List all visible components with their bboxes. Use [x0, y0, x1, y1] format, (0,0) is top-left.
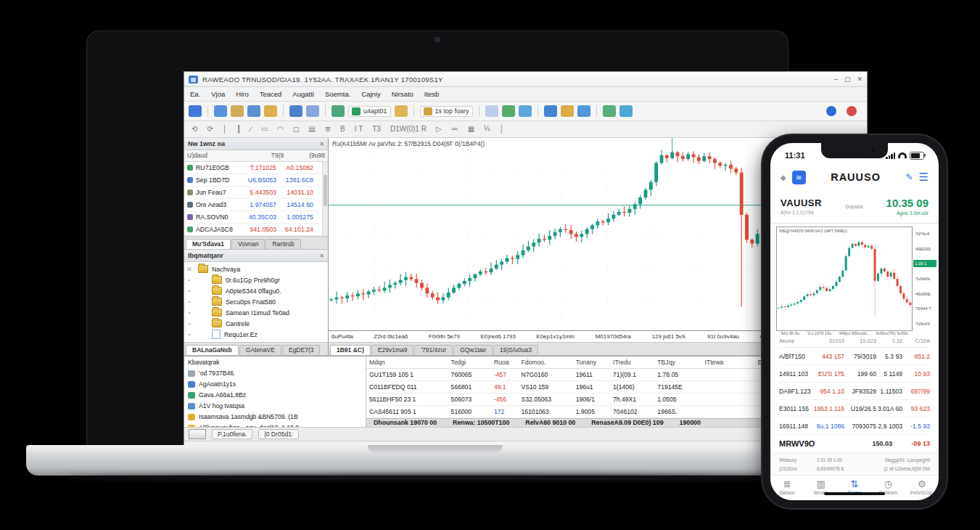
terminal-tab-icon[interactable] [189, 429, 206, 439]
toolbar2-icon-18[interactable]: │ [499, 126, 503, 133]
tab-2[interactable]: '791/4zur [414, 345, 453, 355]
phone-position-row[interactable]: E3011 1551953 1.116U19/26.53.01A 6093 62… [779, 400, 930, 417]
toolbar-icon-22[interactable] [577, 105, 590, 117]
terminal-tree-item-1[interactable]: 'od 7937B46. [184, 368, 366, 379]
market-watch-row[interactable]: RU71E0GBT.171025A0.15082 [184, 162, 328, 174]
phone-chart-card[interactable]: IHE@YAFD'D 9409 0A 0 19PT 549E(1 9d'u 9h… [770, 224, 939, 333]
window-control-1[interactable]: ▢ [844, 76, 851, 83]
market-watch-row[interactable]: Jun Feau75.44350314031.10 [184, 187, 328, 199]
toolbar-icon-8[interactable] [306, 105, 319, 117]
phone-candlestick-chart[interactable]: IHE@YAFD'D 9409 0A 0 19PT 549E(1 9d'u 9h… [776, 227, 913, 331]
phone-tab-0[interactable]: ≣Ifataon [770, 479, 804, 495]
market-watch-row[interactable]: ADCAJA5C8941.050364.101.24 [184, 224, 328, 236]
toolbar-button-11[interactable]: u4apt01 [348, 106, 391, 117]
toolbar2-icon-4[interactable]: ∕ [250, 126, 252, 133]
market-watch-close-icon[interactable]: ✕ [319, 141, 324, 147]
window-control-2[interactable]: ✕ [857, 76, 862, 83]
toolbar-icon-17[interactable] [502, 105, 515, 117]
menu-item-6[interactable]: Cajniy [361, 90, 380, 98]
tab-3[interactable]: GQw1tae [453, 345, 493, 355]
market-scrollbar[interactable] [322, 162, 328, 236]
tab-0[interactable]: 1B91 &C) [330, 345, 371, 355]
window-control-0[interactable]: – [834, 76, 838, 83]
toolbar-round-icon-0[interactable] [826, 106, 836, 116]
navigator-item-0[interactable]: ⊞Nachvaya [184, 264, 328, 274]
toolbar-round-icon-1[interactable] [847, 106, 857, 116]
menu-item-8[interactable]: Itesb [424, 90, 440, 98]
toolbar2-icon-8[interactable]: ▤ [308, 126, 315, 133]
terminal-tree-item-5[interactable]: Isaamsava 1asmdgb &BN5709. (1B [184, 412, 366, 423]
toolbar-icon-2[interactable] [214, 105, 227, 117]
toolbar-button-14[interactable]: 1s top foary [420, 106, 473, 117]
toolbar2-icon-2[interactable]: │ [223, 126, 227, 133]
menu-item-2[interactable]: Hiro [236, 90, 248, 98]
terminal-tree-item-2[interactable]: AgAoatn1y1s [184, 379, 366, 390]
toolbar-icon-21[interactable] [561, 105, 574, 117]
tab-2[interactable]: EgDE7(3 [282, 345, 321, 355]
tab-1[interactable]: E29v1ma9 [371, 345, 414, 355]
tab-0[interactable]: Mu'Sdava1 [186, 239, 231, 249]
toolbar-icon-18[interactable] [519, 105, 532, 117]
menu-item-1[interactable]: Vjoa [211, 90, 225, 98]
market-watch-row[interactable]: RA.SOVN040.35C031.005275 [184, 211, 328, 224]
toolbar2-icon-14[interactable]: ▷ [436, 126, 442, 133]
menu-item-0[interactable]: Ea. [190, 90, 200, 98]
navigator-item-5[interactable]: •Cantrele [184, 318, 328, 329]
market-watch-row[interactable]: Sep 1BD7DU6.B50531381.6C8 [184, 174, 328, 187]
phone-tab-4[interactable]: ⚙IHdVd1Sp. [905, 479, 939, 495]
toolbar2-icon-3[interactable]: ┃ [236, 126, 241, 133]
phone-position-row[interactable]: 14911 103EU'S 175199 605 114910 93 [779, 365, 930, 383]
tab-1[interactable]: Vovnan [231, 239, 265, 249]
toolbar-icon-20[interactable] [544, 105, 557, 117]
terminal-tree-item-4[interactable]: A1V hog tvatqsa [184, 401, 366, 412]
phone-symbol-header[interactable]: VAUUSR A(Ke:1 1.0)7/9d Gopsza 10.35 09 A… [770, 189, 939, 224]
toolbar-icon-25[interactable] [619, 105, 633, 117]
toolbar2-icon-1[interactable]: ⟳ [207, 126, 213, 133]
menu-item-5[interactable]: Soemta. [325, 90, 350, 98]
tab-0[interactable]: BALnaGaNsb [186, 345, 239, 355]
phone-app-icon[interactable]: ≋ [792, 171, 806, 184]
toolbar2-icon-16[interactable]: ▦ [468, 126, 474, 133]
toolbar-icon-12[interactable] [395, 105, 408, 117]
toolbar-icon-10[interactable] [332, 105, 345, 117]
terminal-tab-0[interactable]: P.1u0fena. [212, 429, 252, 439]
tab-4[interactable]: 19)S/u0ua3 [493, 345, 538, 355]
toolbar-icon-5[interactable] [264, 105, 277, 117]
menu-item-3[interactable]: Teaced [260, 90, 282, 98]
toolbar2-icon-10[interactable]: B [340, 126, 345, 133]
terminal-tree-item-0[interactable]: Kbavatqrak [184, 357, 366, 368]
toolbar2-icon-15[interactable]: ≔ [451, 126, 458, 133]
hamburger-menu-icon[interactable]: ☰ [919, 171, 928, 184]
navigator-item-1[interactable]: •0r.6u1Gp Pre9h0gr [184, 274, 328, 285]
navigator-item-4[interactable]: •Samean I1imud Te0ad [184, 307, 328, 318]
menu-item-7[interactable]: Nirsato [392, 90, 413, 98]
toolbar-icon-7[interactable] [289, 105, 302, 117]
terminal-tab-1[interactable]: |0 Dr05d1: [258, 429, 299, 439]
navigator-close-icon[interactable]: ✕ [319, 253, 324, 259]
toolbar2-icon-5[interactable]: ▭ [261, 126, 268, 133]
phone-position-row[interactable]: A/BfT150443 15779/30195.3 93851.2 [779, 348, 930, 365]
market-watch-row[interactable]: Ore Aead31.97405714514.60 [184, 199, 328, 211]
tab-1[interactable]: GAtenaVE [239, 345, 281, 355]
toolbar-icon-4[interactable] [247, 105, 260, 117]
toolbar2-icon-13[interactable]: D1W(0)1 R [390, 126, 427, 133]
home-indicator[interactable] [824, 492, 885, 495]
toolbar2-icon-0[interactable]: ⟲ [192, 126, 197, 133]
terminal-tree-item-3[interactable]: Gava.A66a1,8Bz [184, 390, 366, 401]
toolbar-icon-3[interactable] [231, 105, 244, 117]
toolbar2-icon-9[interactable]: ≣ [325, 126, 331, 133]
toolbar-icon-16[interactable] [485, 105, 498, 117]
phone-position-row[interactable]: 16911.1486u.1 108670930752.9 1003-1.5 93 [779, 417, 930, 435]
navigator-item-2[interactable]: •A0pte5344 0ffagu0. [184, 285, 328, 296]
tab-2[interactable]: Rantrob [265, 239, 300, 249]
navigator-item-6[interactable]: •Requ1er.Ez [184, 329, 328, 340]
toolbar2-icon-6[interactable]: ◠ [277, 126, 284, 133]
toolbar2-icon-12[interactable]: T3 [372, 126, 381, 133]
menu-item-4[interactable]: Augatti [292, 90, 314, 98]
toolbar2-icon-7[interactable]: ◻ [293, 126, 299, 133]
phone-position-row[interactable]: DA9F1.123954 1.10JF935291.11503697/99 [779, 383, 930, 400]
navigator-item-3[interactable]: •Secu0ps Fnat580 [184, 296, 328, 307]
edit-icon[interactable]: ✎ [905, 172, 913, 182]
toolbar2-icon-17[interactable]: ¼ [484, 126, 490, 133]
toolbar-icon-24[interactable] [603, 105, 616, 117]
